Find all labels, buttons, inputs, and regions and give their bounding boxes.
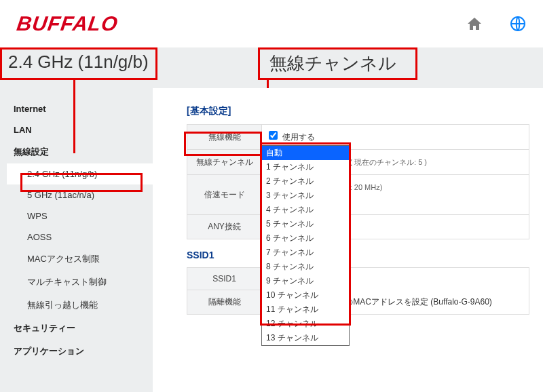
annotation-line xyxy=(73,80,75,153)
channel-current-note: ( 現在のチャンネル: 5 ) xyxy=(350,158,427,166)
channel-label: 無線チャンネル xyxy=(187,150,262,175)
channel-option[interactable]: 8 チャンネル xyxy=(262,260,349,274)
wireless-enable-text: 使用する xyxy=(282,132,315,142)
home-icon[interactable] xyxy=(466,16,483,32)
wireless-label: 無線機能 xyxy=(187,125,262,150)
row-ssid1: SSID1 エアステーションのMACアドレスを設定 (Buffalo-G-9A6… xyxy=(187,268,529,290)
sidebar-group-security[interactable]: セキュリティー xyxy=(7,317,153,340)
sidebar-group-internet[interactable]: Internet xyxy=(7,98,153,119)
channel-option[interactable]: 9 チャンネル xyxy=(262,274,349,288)
sidebar-group-wireless[interactable]: 無線設定 xyxy=(7,140,153,163)
topbar: BUFFALO xyxy=(0,0,543,47)
channel-option[interactable]: 11 チャンネル xyxy=(262,302,349,317)
annotation-box xyxy=(20,173,143,192)
isolation-label: 隔離機能 xyxy=(187,290,262,315)
ssid1-label: SSID1 xyxy=(187,268,262,290)
sidebar-item-wps[interactable]: WPS xyxy=(7,205,153,227)
row-wireless: 無線機能 使用する xyxy=(187,125,529,150)
sidebar-item-wireless-move[interactable]: 無線引っ越し機能 xyxy=(7,294,153,317)
sidebar-group-application[interactable]: アプリケーション xyxy=(7,340,153,363)
sidebar-item-mac-restrict[interactable]: MACアクセス制限 xyxy=(7,248,153,271)
channel-option[interactable]: 12 チャンネル xyxy=(262,317,349,331)
top-icons xyxy=(466,16,526,32)
section-ssid-header: SSID1 xyxy=(187,250,529,260)
section-basic-header: [基本設定] xyxy=(187,105,529,117)
channel-option[interactable]: 6 チャンネル xyxy=(262,231,349,246)
channel-option[interactable]: 13 チャンネル xyxy=(262,331,349,345)
channel-option[interactable]: 7 チャンネル xyxy=(262,246,349,260)
speed-label: 倍速モード xyxy=(187,175,262,215)
any-label: ANY接続 xyxy=(187,215,262,239)
channel-option[interactable]: 1 チャンネル xyxy=(262,160,349,174)
channel-option[interactable]: 3 チャンネル xyxy=(262,189,349,203)
annotation-box xyxy=(258,47,417,80)
wireless-enable-checkbox[interactable] xyxy=(269,131,278,140)
channel-option[interactable]: 5 チャンネル xyxy=(262,217,349,231)
channel-option[interactable]: 2 チャンネル xyxy=(262,174,349,189)
ssid-settings-table: SSID1 エアステーションのMACアドレスを設定 (Buffalo-G-9A6… xyxy=(187,267,529,315)
sidebar-group-lan[interactable]: LAN xyxy=(7,119,153,140)
title-strip: 2.4 GHz (11n/g/b) 無線チャンネル xyxy=(0,47,543,88)
sidebar-item-multicast[interactable]: マルチキャスト制御 xyxy=(7,271,153,294)
brand-logo: BUFFALO xyxy=(16,12,119,35)
channel-option[interactable]: 4 チャンネル xyxy=(262,203,349,217)
channel-dropdown-list[interactable]: 自動 1 チャンネル 2 チャンネル 3 チャンネル 4 チャンネル 5 チャン… xyxy=(261,145,350,346)
row-speed: 倍速モード 20 MHz (Current: 20 MHz) xyxy=(187,175,529,215)
sidebar: Internet LAN 無線設定 2.4 GHz (11n/g/b) 5 GH… xyxy=(0,88,153,392)
sidebar-item-aoss[interactable]: AOSS xyxy=(7,227,153,248)
channel-option[interactable]: 自動 xyxy=(262,146,349,160)
row-any: ANY接続 xyxy=(187,215,529,239)
globe-icon[interactable] xyxy=(510,16,526,32)
main-area: Internet LAN 無線設定 2.4 GHz (11n/g/b) 5 GH… xyxy=(0,88,543,392)
annotation-box xyxy=(0,47,157,80)
channel-option[interactable]: 10 チャンネル xyxy=(262,288,349,302)
content: [基本設定] 無線機能 使用する 無線チャンネル 自動 ( 現在のチャンネル: … xyxy=(153,88,543,392)
basic-settings-table: 無線機能 使用する 無線チャンネル 自動 ( 現在のチャンネル: 5 ) 倍速モ… xyxy=(187,124,529,239)
row-channel: 無線チャンネル 自動 ( 現在のチャンネル: 5 ) xyxy=(187,150,529,175)
